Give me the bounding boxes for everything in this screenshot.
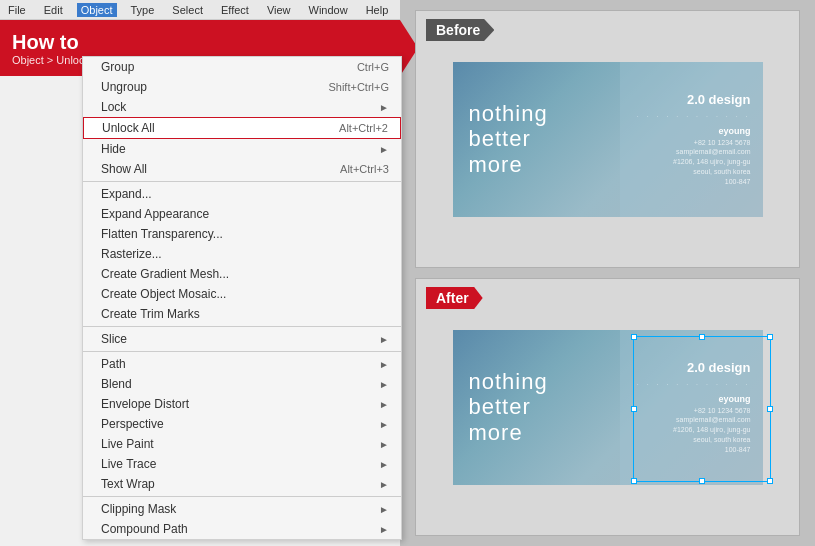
menu-item-live-trace[interactable]: Live Trace ► <box>83 454 401 474</box>
before-biz-address: #1206, 148 ujiro, jung-guseoul, south ko… <box>632 157 750 186</box>
menu-item-perspective[interactable]: Perspective ► <box>83 414 401 434</box>
menu-item-blend[interactable]: Blend ► <box>83 374 401 394</box>
menu-item-show-all-label: Show All <box>101 162 147 176</box>
before-biz-dots: · · · · · · · · · · · · <box>632 113 750 120</box>
selection-handle-br <box>767 478 773 484</box>
menu-item-gradient-mesh[interactable]: Create Gradient Mesh... <box>83 264 401 284</box>
right-panel: Before nothingbettermore 2.0 design · · … <box>400 0 815 546</box>
after-biz-card-wrapper: nothingbettermore 2.0 design · · · · · ·… <box>453 330 763 485</box>
blend-arrow-icon: ► <box>379 379 389 390</box>
clipping-mask-arrow-icon: ► <box>379 504 389 515</box>
after-biz-email: samplemail@email.com <box>632 415 750 425</box>
text-wrap-arrow-icon: ► <box>379 479 389 490</box>
menu-item-expand[interactable]: Expand... <box>83 184 401 204</box>
menu-item-trim-marks[interactable]: Create Trim Marks <box>83 304 401 324</box>
menu-item-object-mosaic[interactable]: Create Object Mosaic... <box>83 284 401 304</box>
slice-arrow-icon: ► <box>379 334 389 345</box>
after-biz-address: #1206, 148 ujiro, jung-guseoul, south ko… <box>632 425 750 454</box>
before-card: Before nothingbettermore 2.0 design · · … <box>415 10 800 268</box>
menubar-window[interactable]: Window <box>305 3 352 17</box>
menu-item-lock[interactable]: Lock ► <box>83 97 401 117</box>
menu-item-clipping-mask[interactable]: Clipping Mask ► <box>83 499 401 519</box>
after-biz-left: nothingbettermore <box>453 330 621 485</box>
menu-item-compound-path[interactable]: Compound Path ► <box>83 519 401 539</box>
menu-item-flatten-transparency-label: Flatten Transparency... <box>101 227 223 241</box>
menu-item-trim-marks-label: Create Trim Marks <box>101 307 200 321</box>
menu-item-show-all-shortcut: Alt+Ctrl+3 <box>340 163 389 175</box>
menu-item-compound-path-label: Compound Path <box>101 522 188 536</box>
menubar-select[interactable]: Select <box>168 3 207 17</box>
menu-item-hide[interactable]: Hide ► <box>83 139 401 159</box>
menu-item-unlock-all[interactable]: Unlock All Alt+Ctrl+2 <box>83 117 401 139</box>
menubar-help[interactable]: Help <box>362 3 393 17</box>
after-biz-main-text: nothingbettermore <box>469 369 611 445</box>
menu-item-live-paint-label: Live Paint <box>101 437 154 451</box>
separator-4 <box>83 496 401 497</box>
how-to-title: How to <box>12 30 390 54</box>
before-biz-card: nothingbettermore 2.0 design · · · · · ·… <box>453 62 763 217</box>
menu-item-ungroup-shortcut: Shift+Ctrl+G <box>328 81 389 93</box>
compound-path-arrow-icon: ► <box>379 524 389 535</box>
envelope-distort-arrow-icon: ► <box>379 399 389 410</box>
live-paint-arrow-icon: ► <box>379 439 389 450</box>
before-biz-main-text: nothingbettermore <box>469 101 611 177</box>
menubar-type[interactable]: Type <box>127 3 159 17</box>
before-biz-brand: 2.0 design <box>632 92 750 107</box>
menubar-edit[interactable]: Edit <box>40 3 67 17</box>
menu-item-group-label: Group <box>101 60 134 74</box>
menu-item-live-paint[interactable]: Live Paint ► <box>83 434 401 454</box>
menu-item-perspective-label: Perspective <box>101 417 164 431</box>
menu-item-expand-label: Expand... <box>101 187 152 201</box>
before-biz-name: eyoung <box>632 126 750 136</box>
perspective-arrow-icon: ► <box>379 419 389 430</box>
object-dropdown-menu: Group Ctrl+G Ungroup Shift+Ctrl+G Lock ►… <box>82 56 402 540</box>
menu-item-flatten-transparency[interactable]: Flatten Transparency... <box>83 224 401 244</box>
menu-item-slice-label: Slice <box>101 332 127 346</box>
separator-3 <box>83 351 401 352</box>
menu-item-hide-label: Hide <box>101 142 126 156</box>
menu-item-expand-appearance-label: Expand Appearance <box>101 207 209 221</box>
menu-item-lock-label: Lock <box>101 100 126 114</box>
before-card-content: nothingbettermore 2.0 design · · · · · ·… <box>416 11 799 267</box>
path-arrow-icon: ► <box>379 359 389 370</box>
after-biz-right: 2.0 design · · · · · · · · · · · · eyoun… <box>620 330 762 485</box>
after-biz-phone: +82 10 1234 5678 <box>632 406 750 416</box>
menu-item-blend-label: Blend <box>101 377 132 391</box>
menubar-file[interactable]: File <box>4 3 30 17</box>
menu-item-ungroup-label: Ungroup <box>101 80 147 94</box>
separator-2 <box>83 326 401 327</box>
menu-item-slice[interactable]: Slice ► <box>83 329 401 349</box>
menu-item-envelope-distort-label: Envelope Distort <box>101 397 189 411</box>
after-biz-dots: · · · · · · · · · · · · <box>632 381 750 388</box>
before-biz-left: nothingbettermore <box>453 62 621 217</box>
menu-item-expand-appearance[interactable]: Expand Appearance <box>83 204 401 224</box>
selection-handle-mr <box>767 406 773 412</box>
menubar-object[interactable]: Object <box>77 3 117 17</box>
menu-panel: File Edit Object Type Select Effect View… <box>0 0 400 546</box>
menu-item-text-wrap[interactable]: Text Wrap ► <box>83 474 401 494</box>
menu-item-show-all[interactable]: Show All Alt+Ctrl+3 <box>83 159 401 179</box>
before-biz-email: samplemail@email.com <box>632 147 750 157</box>
menubar-view[interactable]: View <box>263 3 295 17</box>
menu-item-live-trace-label: Live Trace <box>101 457 156 471</box>
menu-item-ungroup[interactable]: Ungroup Shift+Ctrl+G <box>83 77 401 97</box>
menu-item-unlock-all-shortcut: Alt+Ctrl+2 <box>339 122 388 134</box>
menu-item-rasterize[interactable]: Rasterize... <box>83 244 401 264</box>
menu-item-unlock-all-label: Unlock All <box>102 121 155 135</box>
menu-item-path[interactable]: Path ► <box>83 354 401 374</box>
menu-item-text-wrap-label: Text Wrap <box>101 477 155 491</box>
menu-item-group[interactable]: Group Ctrl+G <box>83 57 401 77</box>
after-biz-name: eyoung <box>632 394 750 404</box>
before-biz-right: 2.0 design · · · · · · · · · · · · eyoun… <box>620 62 762 217</box>
after-biz-card: nothingbettermore 2.0 design · · · · · ·… <box>453 330 763 485</box>
menubar-effect[interactable]: Effect <box>217 3 253 17</box>
menu-item-object-mosaic-label: Create Object Mosaic... <box>101 287 226 301</box>
hide-arrow-icon: ► <box>379 144 389 155</box>
menu-item-envelope-distort[interactable]: Envelope Distort ► <box>83 394 401 414</box>
menu-item-rasterize-label: Rasterize... <box>101 247 162 261</box>
after-card: After nothingbettermore 2.0 design · · ·… <box>415 278 800 536</box>
selection-handle-tr <box>767 334 773 340</box>
after-biz-brand: 2.0 design <box>632 360 750 375</box>
separator-1 <box>83 181 401 182</box>
before-biz-phone: +82 10 1234 5678 <box>632 138 750 148</box>
